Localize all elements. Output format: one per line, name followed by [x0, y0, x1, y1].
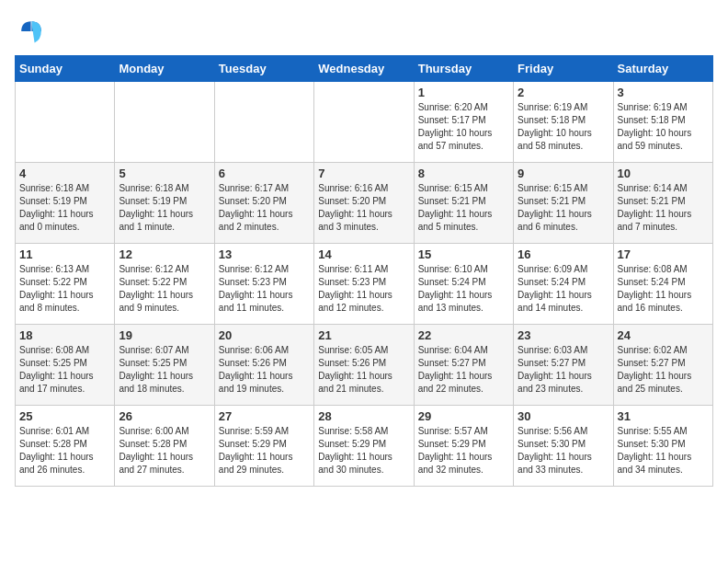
day-info: Sunrise: 6:08 AM Sunset: 5:24 PM Dayligh…: [618, 263, 709, 315]
day-number: 23: [518, 328, 609, 342]
day-info: Sunrise: 6:14 AM Sunset: 5:21 PM Dayligh…: [618, 182, 709, 234]
empty-cell: [115, 82, 214, 163]
day-info: Sunrise: 6:10 AM Sunset: 5:24 PM Dayligh…: [418, 263, 509, 315]
day-cell-10: 10Sunrise: 6:14 AM Sunset: 5:21 PM Dayli…: [613, 163, 712, 244]
day-info: Sunrise: 6:03 AM Sunset: 5:27 PM Dayligh…: [518, 344, 609, 396]
day-info: Sunrise: 6:08 AM Sunset: 5:25 PM Dayligh…: [19, 344, 110, 396]
day-number: 22: [418, 328, 509, 342]
day-number: 26: [119, 409, 210, 423]
day-info: Sunrise: 5:59 AM Sunset: 5:29 PM Dayligh…: [219, 425, 310, 477]
day-cell-30: 30Sunrise: 5:56 AM Sunset: 5:30 PM Dayli…: [514, 406, 613, 487]
week-row-3: 11Sunrise: 6:13 AM Sunset: 5:22 PM Dayli…: [16, 244, 713, 325]
day-cell-13: 13Sunrise: 6:12 AM Sunset: 5:23 PM Dayli…: [214, 244, 313, 325]
day-number: 25: [19, 409, 110, 423]
weekday-header-tuesday: Tuesday: [214, 56, 313, 82]
weekday-header-saturday: Saturday: [613, 56, 712, 82]
day-cell-12: 12Sunrise: 6:12 AM Sunset: 5:22 PM Dayli…: [115, 244, 214, 325]
day-number: 9: [518, 167, 609, 180]
day-cell-9: 9Sunrise: 6:15 AM Sunset: 5:21 PM Daylig…: [514, 163, 613, 244]
day-cell-4: 4Sunrise: 6:18 AM Sunset: 5:19 PM Daylig…: [16, 163, 115, 244]
day-number: 5: [119, 167, 210, 180]
day-cell-7: 7Sunrise: 6:16 AM Sunset: 5:20 PM Daylig…: [314, 163, 414, 244]
day-cell-19: 19Sunrise: 6:07 AM Sunset: 5:25 PM Dayli…: [115, 325, 214, 406]
day-cell-21: 21Sunrise: 6:05 AM Sunset: 5:26 PM Dayli…: [314, 325, 414, 406]
day-number: 11: [19, 247, 110, 261]
day-number: 30: [518, 409, 609, 423]
day-cell-15: 15Sunrise: 6:10 AM Sunset: 5:24 PM Dayli…: [414, 244, 513, 325]
day-info: Sunrise: 6:11 AM Sunset: 5:23 PM Dayligh…: [318, 263, 409, 315]
day-number: 15: [418, 247, 509, 261]
day-number: 27: [219, 409, 310, 423]
day-cell-3: 3Sunrise: 6:19 AM Sunset: 5:18 PM Daylig…: [613, 82, 712, 163]
day-info: Sunrise: 6:16 AM Sunset: 5:20 PM Dayligh…: [318, 182, 409, 234]
day-info: Sunrise: 6:09 AM Sunset: 5:24 PM Dayligh…: [518, 263, 609, 315]
day-number: 18: [19, 328, 110, 342]
day-cell-29: 29Sunrise: 5:57 AM Sunset: 5:29 PM Dayli…: [414, 406, 513, 487]
day-info: Sunrise: 6:01 AM Sunset: 5:28 PM Dayligh…: [19, 425, 110, 477]
day-number: 2: [518, 86, 609, 99]
day-cell-17: 17Sunrise: 6:08 AM Sunset: 5:24 PM Dayli…: [613, 244, 712, 325]
day-number: 14: [318, 247, 409, 261]
day-cell-24: 24Sunrise: 6:02 AM Sunset: 5:27 PM Dayli…: [613, 325, 712, 406]
day-cell-11: 11Sunrise: 6:13 AM Sunset: 5:22 PM Dayli…: [16, 244, 115, 325]
day-number: 28: [318, 409, 409, 423]
week-row-2: 4Sunrise: 6:18 AM Sunset: 5:19 PM Daylig…: [16, 163, 713, 244]
day-info: Sunrise: 6:18 AM Sunset: 5:19 PM Dayligh…: [19, 182, 110, 234]
day-info: Sunrise: 5:56 AM Sunset: 5:30 PM Dayligh…: [518, 425, 609, 477]
weekday-header-sunday: Sunday: [16, 56, 115, 82]
day-number: 31: [618, 409, 709, 423]
weekday-header-row: SundayMondayTuesdayWednesdayThursdayFrid…: [16, 56, 713, 82]
day-number: 1: [418, 86, 509, 99]
week-row-4: 18Sunrise: 6:08 AM Sunset: 5:25 PM Dayli…: [16, 325, 713, 406]
day-cell-28: 28Sunrise: 5:58 AM Sunset: 5:29 PM Dayli…: [314, 406, 414, 487]
day-info: Sunrise: 6:17 AM Sunset: 5:20 PM Dayligh…: [219, 182, 310, 234]
calendar: SundayMondayTuesdayWednesdayThursdayFrid…: [15, 55, 713, 487]
day-cell-23: 23Sunrise: 6:03 AM Sunset: 5:27 PM Dayli…: [514, 325, 613, 406]
day-number: 13: [219, 247, 310, 261]
day-info: Sunrise: 6:19 AM Sunset: 5:18 PM Dayligh…: [518, 101, 609, 153]
logo: [15, 15, 53, 48]
day-cell-31: 31Sunrise: 5:55 AM Sunset: 5:30 PM Dayli…: [613, 406, 712, 487]
day-cell-1: 1Sunrise: 6:20 AM Sunset: 5:17 PM Daylig…: [414, 82, 513, 163]
day-number: 10: [618, 167, 709, 180]
day-info: Sunrise: 6:04 AM Sunset: 5:27 PM Dayligh…: [418, 344, 509, 396]
day-info: Sunrise: 6:18 AM Sunset: 5:19 PM Dayligh…: [119, 182, 210, 234]
weekday-header-wednesday: Wednesday: [314, 56, 414, 82]
week-row-5: 25Sunrise: 6:01 AM Sunset: 5:28 PM Dayli…: [16, 406, 713, 487]
day-number: 17: [618, 247, 709, 261]
logo-icon: [15, 15, 48, 48]
weekday-header-friday: Friday: [514, 56, 613, 82]
day-info: Sunrise: 6:12 AM Sunset: 5:22 PM Dayligh…: [119, 263, 210, 315]
empty-cell: [314, 82, 414, 163]
day-cell-14: 14Sunrise: 6:11 AM Sunset: 5:23 PM Dayli…: [314, 244, 414, 325]
page-header: [15, 15, 713, 48]
day-info: Sunrise: 6:05 AM Sunset: 5:26 PM Dayligh…: [318, 344, 409, 396]
weekday-header-thursday: Thursday: [414, 56, 513, 82]
day-info: Sunrise: 6:02 AM Sunset: 5:27 PM Dayligh…: [618, 344, 709, 396]
day-cell-22: 22Sunrise: 6:04 AM Sunset: 5:27 PM Dayli…: [414, 325, 513, 406]
day-info: Sunrise: 6:00 AM Sunset: 5:28 PM Dayligh…: [119, 425, 210, 477]
day-cell-27: 27Sunrise: 5:59 AM Sunset: 5:29 PM Dayli…: [214, 406, 313, 487]
day-number: 29: [418, 409, 509, 423]
day-info: Sunrise: 6:07 AM Sunset: 5:25 PM Dayligh…: [119, 344, 210, 396]
day-cell-16: 16Sunrise: 6:09 AM Sunset: 5:24 PM Dayli…: [514, 244, 613, 325]
day-cell-8: 8Sunrise: 6:15 AM Sunset: 5:21 PM Daylig…: [414, 163, 513, 244]
day-info: Sunrise: 6:12 AM Sunset: 5:23 PM Dayligh…: [219, 263, 310, 315]
day-info: Sunrise: 6:06 AM Sunset: 5:26 PM Dayligh…: [219, 344, 310, 396]
day-number: 16: [518, 247, 609, 261]
day-info: Sunrise: 6:15 AM Sunset: 5:21 PM Dayligh…: [418, 182, 509, 234]
day-info: Sunrise: 6:20 AM Sunset: 5:17 PM Dayligh…: [418, 101, 509, 153]
day-cell-25: 25Sunrise: 6:01 AM Sunset: 5:28 PM Dayli…: [16, 406, 115, 487]
empty-cell: [214, 82, 313, 163]
day-info: Sunrise: 6:19 AM Sunset: 5:18 PM Dayligh…: [618, 101, 709, 153]
day-info: Sunrise: 5:57 AM Sunset: 5:29 PM Dayligh…: [418, 425, 509, 477]
day-info: Sunrise: 5:55 AM Sunset: 5:30 PM Dayligh…: [618, 425, 709, 477]
day-number: 7: [318, 167, 409, 180]
day-number: 21: [318, 328, 409, 342]
day-info: Sunrise: 6:13 AM Sunset: 5:22 PM Dayligh…: [19, 263, 110, 315]
day-number: 12: [119, 247, 210, 261]
day-number: 20: [219, 328, 310, 342]
day-cell-20: 20Sunrise: 6:06 AM Sunset: 5:26 PM Dayli…: [214, 325, 313, 406]
day-number: 19: [119, 328, 210, 342]
day-number: 6: [219, 167, 310, 180]
